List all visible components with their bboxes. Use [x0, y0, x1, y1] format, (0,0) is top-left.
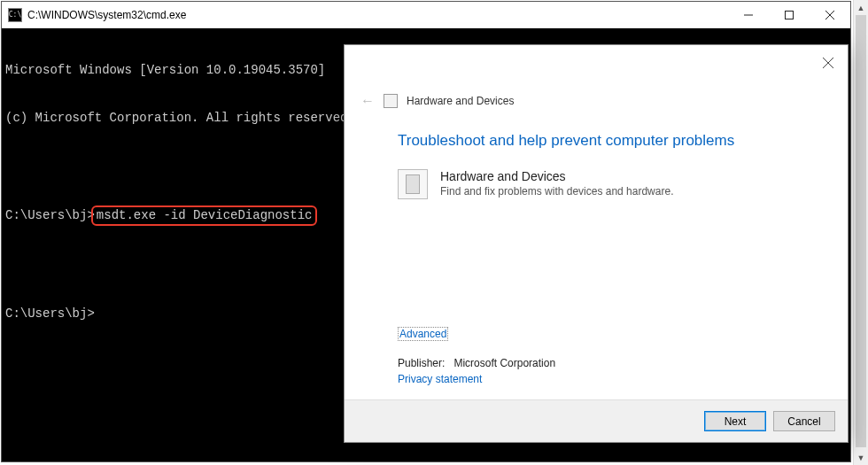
dialog-header-title: Hardware and Devices: [407, 95, 514, 107]
item-description: Find and fix problems with devices and h…: [440, 185, 673, 198]
window-controls: [728, 2, 850, 28]
dialog-close-button[interactable]: [818, 52, 839, 74]
item-title: Hardware and Devices: [440, 169, 673, 183]
cmd-titlebar[interactable]: C:\ C:\WINDOWS\system32\cmd.exe: [2, 2, 850, 28]
page-scrollbar[interactable]: ▲ ▼: [853, 0, 868, 465]
dialog-footer: Next Cancel: [345, 399, 848, 442]
close-button[interactable]: [810, 2, 850, 28]
cmd-app-icon: C:\: [8, 8, 22, 22]
dialog-lower: Advanced Publisher: Microsoft Corporatio…: [345, 327, 848, 399]
dialog-body: Troubleshoot and help prevent computer p…: [345, 109, 848, 327]
cancel-button[interactable]: Cancel: [773, 411, 835, 431]
maximize-button[interactable]: [769, 2, 810, 28]
next-button[interactable]: Next: [704, 411, 766, 431]
privacy-statement-link[interactable]: Privacy statement: [398, 373, 482, 385]
troubleshooter-dialog: ← Hardware and Devices Troubleshoot and …: [344, 44, 849, 443]
publisher-value: Microsoft Corporation: [453, 357, 555, 369]
cmd-title: C:\WINDOWS\system32\cmd.exe: [27, 9, 186, 21]
scroll-up-icon[interactable]: ▲: [854, 0, 868, 15]
dialog-heading: Troubleshoot and help prevent computer p…: [398, 132, 812, 150]
troubleshooter-header-icon: [384, 94, 398, 108]
minimize-button[interactable]: [728, 2, 769, 28]
svg-rect-1: [786, 11, 794, 19]
back-arrow-icon: ←: [360, 93, 375, 109]
highlighted-command: msdt.exe -id DeviceDiagnostic: [91, 205, 318, 226]
dialog-header: ← Hardware and Devices: [345, 45, 848, 109]
device-icon: [398, 169, 428, 199]
prompt: C:\Users\bj>: [5, 208, 95, 222]
troubleshooter-item: Hardware and Devices Find and fix proble…: [398, 169, 812, 199]
scroll-down-icon[interactable]: ▼: [854, 450, 868, 465]
advanced-link[interactable]: Advanced: [398, 327, 448, 341]
publisher-row: Publisher: Microsoft Corporation: [398, 357, 812, 369]
publisher-label: Publisher:: [398, 357, 445, 369]
scroll-thumb[interactable]: [856, 15, 866, 447]
